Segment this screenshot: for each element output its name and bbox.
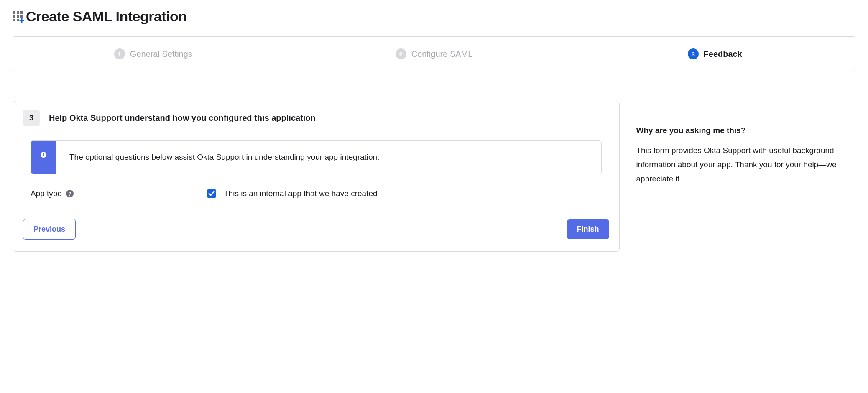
wizard-stepper: 1 General Settings 2 Configure SAML 3 Fe…: [13, 36, 855, 71]
page-header: Create SAML Integration: [13, 8, 855, 25]
svg-rect-7: [17, 19, 19, 21]
app-type-checkbox-group[interactable]: This is an internal app that we have cre…: [207, 189, 378, 198]
button-row: Previous Finish: [23, 219, 609, 240]
svg-rect-0: [13, 11, 15, 14]
step-number-badge: 1: [114, 48, 125, 59]
step-number-badge: 3: [688, 48, 699, 59]
help-sidebar: Why are you asking me this? This form pr…: [636, 101, 855, 186]
svg-rect-12: [43, 154, 44, 156]
svg-rect-4: [17, 15, 19, 18]
step-label: Configure SAML: [411, 49, 473, 59]
app-type-row: App type ? This is an internal app that …: [31, 189, 602, 198]
step-label: General Settings: [130, 49, 192, 59]
svg-rect-2: [20, 11, 23, 14]
svg-point-11: [43, 153, 44, 154]
panel-title: Help Okta Support understand how you con…: [49, 113, 316, 123]
svg-rect-9: [20, 20, 24, 21]
step-number-badge: 2: [396, 48, 406, 59]
checkbox-checked-icon[interactable]: [207, 189, 216, 198]
finish-button[interactable]: Finish: [567, 219, 609, 239]
page-title: Create SAML Integration: [26, 8, 187, 25]
step-label: Feedback: [704, 49, 742, 59]
svg-rect-5: [20, 15, 23, 18]
sidebar-title: Why are you asking me this?: [636, 126, 855, 135]
help-icon[interactable]: ?: [66, 190, 74, 197]
info-callout: The optional questions below assist Okta…: [31, 140, 602, 174]
app-type-label: App type: [31, 189, 62, 198]
step-configure-saml[interactable]: 2 Configure SAML: [294, 37, 575, 71]
panel-header: 3 Help Okta Support understand how you c…: [23, 110, 609, 126]
info-icon: [41, 152, 46, 159]
svg-rect-3: [13, 15, 15, 18]
app-type-label-group: App type ?: [31, 189, 202, 198]
panel-step-badge: 3: [23, 110, 40, 126]
content-wrapper: 3 Help Okta Support understand how you c…: [13, 101, 855, 252]
info-text: The optional questions below assist Okta…: [56, 141, 396, 174]
checkbox-label: This is an internal app that we have cre…: [224, 189, 378, 198]
svg-rect-6: [13, 19, 15, 21]
step-general-settings[interactable]: 1 General Settings: [13, 37, 294, 71]
step-feedback[interactable]: 3 Feedback: [574, 37, 855, 71]
app-grid-plus-icon: [13, 11, 24, 23]
feedback-panel: 3 Help Okta Support understand how you c…: [13, 101, 620, 252]
svg-rect-1: [17, 11, 19, 14]
sidebar-text: This form provides Okta Support with use…: [636, 143, 855, 186]
info-stripe: [31, 141, 56, 174]
previous-button[interactable]: Previous: [23, 219, 76, 240]
